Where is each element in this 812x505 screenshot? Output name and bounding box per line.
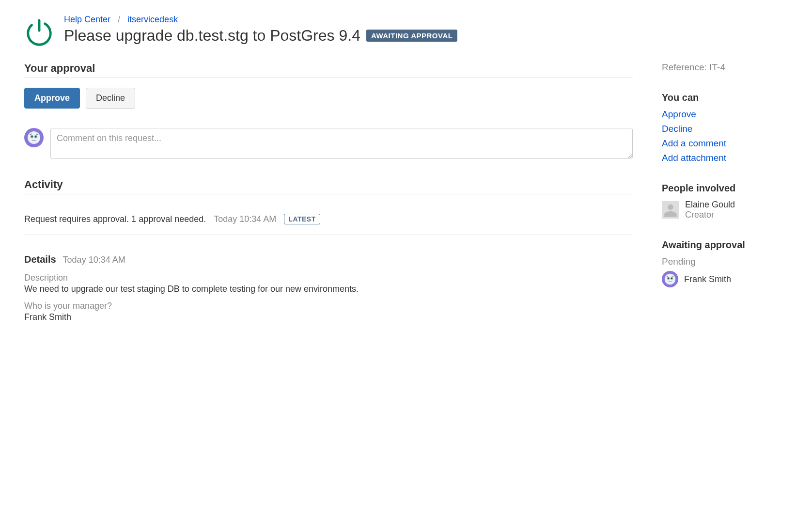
details-time: Today 10:34 AM xyxy=(63,255,125,265)
details-section: Details Today 10:34 AM Description We ne… xyxy=(24,254,633,322)
creator-role: Creator xyxy=(685,210,735,220)
sidebar: Reference: IT-4 You can Approve Decline … xyxy=(662,62,788,322)
sidebar-link-approve[interactable]: Approve xyxy=(662,109,696,119)
svg-point-6 xyxy=(35,136,36,137)
comment-input[interactable] xyxy=(50,128,633,159)
status-badge: AWAITING APPROVAL xyxy=(366,30,458,42)
page-header: Help Center / itservicedesk Please upgra… xyxy=(24,15,788,47)
page-title-text: Please upgrade db.test.stg to PostGres 9… xyxy=(64,27,360,45)
svg-point-10 xyxy=(668,278,669,279)
svg-point-2 xyxy=(28,131,40,144)
you-can-links: Approve Decline Add a comment Add attach… xyxy=(662,109,788,163)
approver-avatar xyxy=(662,271,678,287)
person-approver: Frank Smith xyxy=(662,271,788,287)
person-avatar-placeholder xyxy=(662,201,679,219)
decline-button[interactable]: Decline xyxy=(86,88,135,109)
activity-time: Today 10:34 AM xyxy=(214,214,276,224)
breadcrumb-help-center[interactable]: Help Center xyxy=(64,15,110,24)
creator-name: Elaine Gould xyxy=(685,200,735,210)
you-can-heading: You can xyxy=(662,92,788,103)
reference-value: IT-4 xyxy=(709,62,725,72)
sidebar-link-decline[interactable]: Decline xyxy=(662,124,692,134)
svg-point-7 xyxy=(665,274,675,284)
reference-label: Reference: xyxy=(662,62,707,72)
manager-value: Frank Smith xyxy=(24,312,633,322)
person-creator: Elaine Gould Creator xyxy=(662,200,788,220)
activity-entry: Request requires approval. 1 approval ne… xyxy=(24,204,633,235)
details-heading: Details xyxy=(24,254,56,265)
current-user-avatar xyxy=(24,128,44,147)
comment-row xyxy=(24,128,633,159)
power-icon xyxy=(24,17,54,47)
manager-label: Who is your manager? xyxy=(24,301,633,311)
awaiting-status: Pending xyxy=(662,256,788,267)
description-value: We need to upgrade our test staging DB t… xyxy=(24,284,633,294)
awaiting-approval-heading: Awaiting approval xyxy=(662,239,788,251)
approver-name: Frank Smith xyxy=(684,274,731,284)
breadcrumb-project[interactable]: itservicedesk xyxy=(127,15,178,24)
activity-heading: Activity xyxy=(24,178,633,194)
page-title: Please upgrade db.test.stg to PostGres 9… xyxy=(64,27,788,45)
main-content: Your approval Approve Decline Activity xyxy=(24,62,633,322)
breadcrumb: Help Center / itservicedesk xyxy=(64,15,788,25)
description-label: Description xyxy=(24,273,633,283)
people-involved-heading: People involved xyxy=(662,183,788,194)
approval-actions: Approve Decline xyxy=(24,88,633,109)
sidebar-link-add-comment[interactable]: Add a comment xyxy=(662,138,726,148)
latest-badge: LATEST xyxy=(284,214,320,224)
approve-button[interactable]: Approve xyxy=(24,88,80,109)
svg-point-11 xyxy=(671,278,672,279)
svg-point-5 xyxy=(31,136,32,137)
reference: Reference: IT-4 xyxy=(662,62,788,73)
approval-heading: Your approval xyxy=(24,62,633,78)
sidebar-link-add-attachment[interactable]: Add attachment xyxy=(662,153,726,163)
breadcrumb-separator: / xyxy=(118,15,120,24)
activity-message: Request requires approval. 1 approval ne… xyxy=(24,214,206,224)
